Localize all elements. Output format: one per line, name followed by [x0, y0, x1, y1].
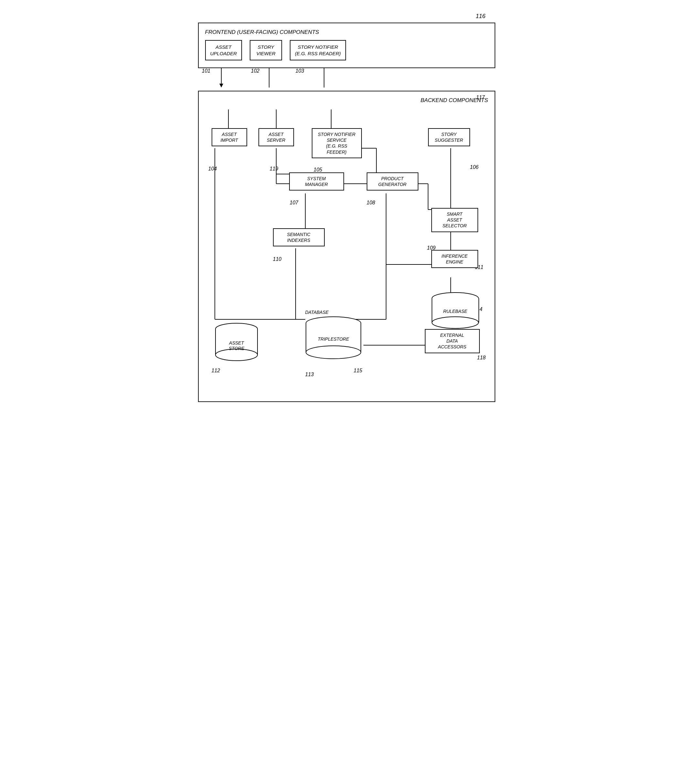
svg-point-43	[306, 346, 361, 359]
external-data-accessors-box: EXTERNALDATAACCESSORS	[425, 329, 480, 353]
backend-box: 117 BACKEND COMPONENTS	[198, 91, 495, 402]
ref-106: 106	[470, 164, 479, 170]
ref-117: 117	[476, 95, 485, 100]
system-manager-box: SYSTEMMANAGER	[289, 173, 344, 191]
frontend-box: FRONTEND (USER-FACING) COMPONENTS ASSETU…	[198, 23, 495, 68]
story-notifier-box: STORY NOTIFIER(E.G. RSS READER)	[290, 40, 346, 60]
ref-116: 116	[475, 13, 485, 20]
ref-107: 107	[290, 200, 299, 206]
ref-110: 110	[273, 256, 282, 262]
svg-marker-1	[219, 84, 223, 87]
frontend-label: FRONTEND (USER-FACING) COMPONENTS	[205, 29, 488, 36]
rulebase-cylinder: RULEBASE	[431, 292, 478, 335]
rulebase-svg: RULEBASE	[431, 292, 479, 334]
asset-store-svg: ASSET STORE	[215, 323, 258, 364]
backend-inner: ASSETIMPORT 104 ASSETSERVER 119 STORY NO…	[205, 109, 488, 394]
ref-105: 105	[314, 167, 322, 173]
asset-store-cylinder: ASSET STORE	[215, 323, 257, 366]
svg-text:TRIPLESTORE: TRIPLESTORE	[318, 336, 349, 342]
asset-server-box: ASSETSERVER	[259, 128, 294, 146]
smart-asset-selector-box: SMARTASSETSELECTOR	[431, 208, 478, 232]
ref-113: 113	[305, 372, 314, 377]
product-generator-box: PRODUCTGENERATOR	[367, 173, 418, 191]
triplestore-svg: TRIPLESTORE	[305, 316, 361, 364]
svg-point-49	[432, 317, 478, 328]
story-notifier-service-box: STORY NOTIFIERSERVICE(E.G. RSS FEEDER)	[312, 128, 362, 158]
asset-import-box: ASSETIMPORT	[211, 128, 247, 146]
svg-text:RULEBASE: RULEBASE	[443, 309, 467, 314]
database-label: DATABASE	[305, 310, 329, 315]
story-viewer-box: STORYVIEWER	[250, 40, 282, 60]
connector-area	[198, 68, 495, 91]
svg-text:STORE: STORE	[229, 346, 244, 351]
backend-label: BACKEND COMPONENTS	[205, 97, 488, 104]
connector-svg	[198, 68, 495, 91]
triplestore-cylinder: TRIPLESTORE	[305, 316, 360, 366]
ref-108: 108	[367, 200, 375, 206]
inference-engine-box: INFERENCEENGINE	[431, 250, 478, 268]
ref-118: 118	[477, 355, 486, 361]
ref-119: 119	[270, 166, 279, 172]
semantic-indexers-box: SEMANTICINDEXERS	[273, 228, 325, 246]
frontend-components: ASSETUPLOADER STORYVIEWER STORY NOTIFIER…	[205, 40, 488, 60]
story-suggester-box: STORYSUGGESTER	[428, 128, 470, 146]
ref-104: 104	[208, 166, 217, 172]
diagram-wrapper: 116 FRONTEND (USER-FACING) COMPONENTS AS…	[198, 13, 495, 402]
ref-112: 112	[211, 368, 220, 374]
svg-text:ASSET: ASSET	[229, 340, 244, 346]
asset-uploader-box: ASSETUPLOADER	[205, 40, 242, 60]
ref-115: 115	[354, 368, 363, 374]
